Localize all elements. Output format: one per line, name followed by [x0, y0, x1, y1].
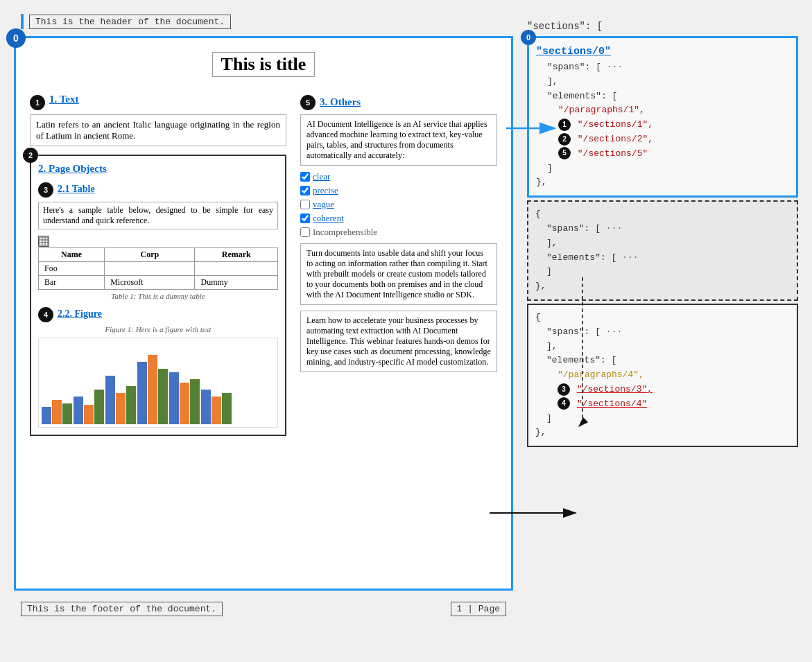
checkbox-incomprehensible[interactable] [300, 227, 310, 237]
json-bottom-elements-close: ] [535, 412, 790, 426]
json-section0-title-line: "sections/0" [536, 44, 789, 60]
subsection-21-body: Here's a sample table below, designed to… [38, 202, 278, 229]
section-3-title[interactable]: 3. Others [320, 96, 361, 108]
section-3-body2: Turn documents into usable data and shif… [300, 243, 497, 305]
json-element-paragraphs1: "/paragraphs/1", [536, 103, 789, 118]
bar-chart [38, 338, 278, 428]
json-badge-4: 4 [558, 397, 570, 410]
header-annotation: This is the header of the document. [14, 14, 513, 29]
doc-left-column: 1 1. Text Latin refers to an ancient Ita… [30, 94, 286, 436]
bar [222, 393, 232, 424]
table-caption: Table 1: This is a dummy table [38, 292, 278, 300]
bar [74, 397, 83, 424]
section-3-body1: AI Document Intelligence is an AI servic… [300, 114, 497, 166]
json-badge-3: 3 [558, 383, 570, 396]
json-badge-5: 5 [558, 147, 571, 159]
bar [148, 355, 157, 424]
table-wrapper: Name Corp Remark Foo [38, 235, 278, 300]
bar [116, 393, 126, 424]
figure-caption: Figure 1: Here is a figure with text [38, 325, 278, 333]
json-sections5-text: "/sections/5" [578, 148, 648, 159]
table-cell: Dummy [195, 276, 278, 290]
json-bottom-close: }, [535, 426, 790, 440]
table-cell: Microsoft [105, 276, 195, 290]
json-sections4-text: "/sections/4" [577, 399, 647, 409]
checkbox-label-coherent[interactable]: coherent [313, 213, 344, 224]
bar-group-5 [169, 372, 200, 424]
checkbox-precise[interactable] [300, 186, 310, 195]
json-spans-close: ], [536, 75, 789, 89]
header-blue-line [21, 14, 24, 29]
json-middle-close: }, [535, 279, 790, 294]
json-middle-elements-close: ] [535, 265, 790, 279]
subsection-21-title[interactable]: 2.1 Table [58, 184, 95, 195]
badge-3: 3 [38, 182, 53, 198]
section-3-body3: Learn how to accelerate your business pr… [300, 311, 497, 372]
page-objects-box: 2 2. Page Objects 3 2.1 Table Here's a s… [30, 155, 286, 436]
json-bottom-sections4: 4 "/sections/4" [535, 397, 790, 412]
section-2-title[interactable]: 2. Page Objects [38, 163, 107, 174]
badge-1: 1 [30, 95, 45, 110]
section-1-header: 1 1. Text [30, 94, 286, 110]
checkbox-item-clear: clear [300, 171, 497, 182]
json-middle-spans: "spans": [ ··· [535, 222, 790, 236]
bar [126, 386, 136, 424]
checkbox-item-incomprehensible: Incomprehensible [300, 227, 497, 238]
json-spans-dots: ··· [607, 62, 623, 72]
json-bottom-elements-label: "elements": [ [535, 354, 790, 368]
checkbox-coherent[interactable] [300, 214, 310, 223]
checkbox-clear[interactable] [300, 172, 310, 182]
json-badge-1: 1 [558, 119, 571, 131]
checkbox-item-vague: vague [300, 199, 497, 210]
json-intro: "sections": [ [527, 21, 798, 32]
bar-group-6 [201, 390, 232, 424]
json-element-sections1: 1 "/sections/1", [536, 118, 789, 132]
json-badge-2: 2 [558, 133, 571, 146]
json-spans-label: "spans": [ [547, 62, 601, 72]
json-bottom-spans: "spans": [ ··· [535, 325, 790, 340]
checkbox-list: clear precise vague [300, 171, 497, 238]
checkbox-vague[interactable] [300, 200, 310, 209]
checkbox-label-precise[interactable]: precise [313, 185, 338, 196]
bar-group-1 [42, 400, 72, 424]
header-box: This is the header of the document. [29, 15, 231, 29]
section-3-others: 5 3. Others AI Document Intelligence is … [300, 94, 497, 372]
section-1-title[interactable]: 1. Text [49, 94, 79, 105]
doc-right-column: 5 3. Others AI Document Intelligence is … [300, 94, 497, 436]
subsection-22-title[interactable]: 2.2. Figure [58, 308, 102, 320]
footer-left: This is the footer of the document. [21, 602, 223, 616]
section-1-body: Latin refers to an ancient Italic langua… [30, 114, 286, 146]
subsection-21-header: 3 2.1 Table [38, 181, 278, 198]
bar [62, 403, 72, 424]
json-section0-title[interactable]: "sections/0" [536, 46, 611, 58]
section-3-header: 5 3. Others [300, 94, 497, 110]
json-element-sections5: 5 "/sections/5" [536, 147, 789, 162]
table-header-name: Name [39, 248, 105, 262]
json-middle-elements: "elements": [ ··· [535, 251, 790, 265]
badge-2: 2 [23, 148, 38, 163]
bar [201, 390, 211, 424]
json-middle-section: { "spans": [ ··· ], "elements": [ ··· ] … [527, 200, 798, 301]
json-section0-close: }, [536, 175, 789, 190]
bar [190, 379, 200, 424]
footer-right: 1 | Page [451, 602, 506, 616]
bar [137, 362, 147, 424]
bar [158, 369, 168, 424]
checkbox-label-clear[interactable]: clear [313, 171, 330, 182]
bar-group-3 [105, 376, 136, 424]
table-row: Bar Microsoft Dummy [39, 276, 278, 290]
checkbox-item-coherent: coherent [300, 213, 497, 224]
data-table: Name Corp Remark Foo [38, 247, 278, 290]
document-frame: 0 This is title 1 1. Text Latin refers t… [14, 36, 513, 591]
header-text: This is the header of the document. [35, 17, 225, 27]
checkbox-label-vague[interactable]: vague [313, 199, 334, 210]
table-header-corp: Corp [105, 248, 195, 262]
document-title: This is title [212, 52, 316, 77]
json-paragraphs4-text: "/paragraphs/4", [558, 369, 644, 380]
badge-5: 5 [300, 95, 316, 110]
json-spans-line: "spans": [ ··· [536, 60, 789, 75]
bar-group-2 [74, 390, 104, 424]
bar [211, 397, 221, 424]
json-bottom-sections3: 3 "/sections/3", [535, 383, 790, 397]
json-middle-open: { [535, 207, 790, 222]
